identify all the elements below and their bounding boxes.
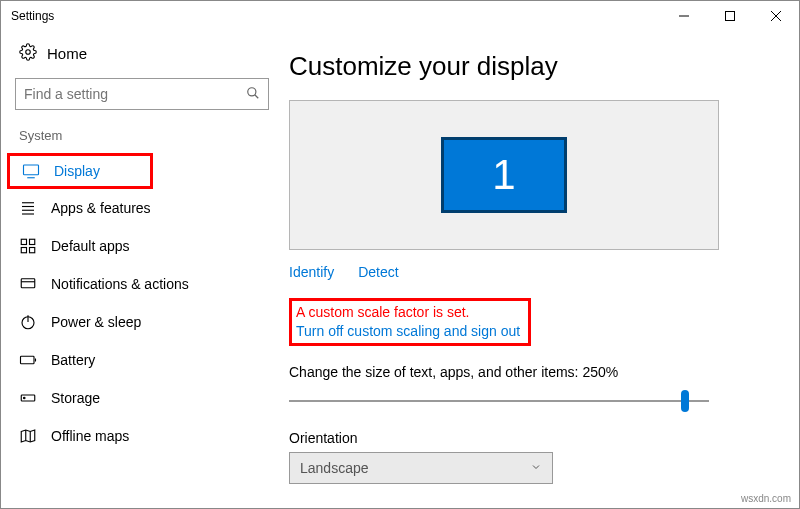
monitor-preview[interactable]: 1 xyxy=(289,100,719,250)
monitor-number: 1 xyxy=(492,151,515,199)
search-icon xyxy=(246,86,260,103)
turn-off-scaling-link[interactable]: Turn off custom scaling and sign out xyxy=(296,322,520,341)
watermark: wsxdn.com xyxy=(741,493,791,504)
sidebar-item-label: Storage xyxy=(51,390,100,406)
display-icon xyxy=(22,162,40,180)
svg-line-6 xyxy=(255,94,259,98)
slider-track xyxy=(289,400,709,402)
battery-icon xyxy=(19,351,37,369)
detect-link[interactable]: Detect xyxy=(358,264,398,280)
svg-rect-1 xyxy=(726,12,735,21)
scaling-warning-box: A custom scale factor is set. Turn off c… xyxy=(289,298,531,346)
minimize-button[interactable] xyxy=(661,1,707,31)
svg-rect-16 xyxy=(30,248,35,253)
sidebar: Home System Display Apps & features Defa… xyxy=(1,31,283,508)
svg-point-5 xyxy=(248,87,256,95)
close-button[interactable] xyxy=(753,1,799,31)
sidebar-item-default-apps[interactable]: Default apps xyxy=(1,227,283,265)
orientation-select[interactable]: Landscape xyxy=(289,452,553,484)
sidebar-item-label: Display xyxy=(54,163,100,179)
sidebar-item-storage[interactable]: Storage xyxy=(1,379,283,417)
svg-rect-17 xyxy=(21,279,35,288)
sidebar-item-notifications[interactable]: Notifications & actions xyxy=(1,265,283,303)
storage-icon xyxy=(19,389,37,407)
sidebar-item-label: Battery xyxy=(51,352,95,368)
sidebar-item-battery[interactable]: Battery xyxy=(1,341,283,379)
svg-rect-13 xyxy=(21,239,26,244)
page-title: Customize your display xyxy=(289,51,781,82)
gear-icon xyxy=(19,43,37,64)
identify-link[interactable]: Identify xyxy=(289,264,334,280)
orientation-label: Orientation xyxy=(289,430,781,446)
power-icon xyxy=(19,313,37,331)
sidebar-item-offline-maps[interactable]: Offline maps xyxy=(1,417,283,455)
svg-rect-21 xyxy=(21,356,35,364)
search-field[interactable] xyxy=(24,86,246,102)
scaling-warning-text: A custom scale factor is set. xyxy=(296,303,520,322)
sidebar-item-label: Apps & features xyxy=(51,200,151,216)
svg-point-24 xyxy=(24,397,26,399)
sidebar-item-label: Power & sleep xyxy=(51,314,141,330)
window-title: Settings xyxy=(11,9,54,23)
search-input[interactable] xyxy=(15,78,269,110)
svg-point-4 xyxy=(26,50,31,55)
sidebar-item-label: Offline maps xyxy=(51,428,129,444)
svg-rect-15 xyxy=(21,248,26,253)
svg-rect-7 xyxy=(24,165,39,175)
chevron-down-icon xyxy=(530,460,542,476)
sidebar-item-apps-features[interactable]: Apps & features xyxy=(1,189,283,227)
slider-thumb[interactable] xyxy=(681,390,689,412)
maximize-button[interactable] xyxy=(707,1,753,31)
orientation-value: Landscape xyxy=(300,460,369,476)
sidebar-item-display[interactable]: Display xyxy=(7,153,153,189)
section-label: System xyxy=(1,128,283,153)
scale-slider[interactable] xyxy=(289,388,709,414)
apps-icon xyxy=(19,199,37,217)
svg-rect-14 xyxy=(30,239,35,244)
scale-label: Change the size of text, apps, and other… xyxy=(289,364,781,380)
monitor-1[interactable]: 1 xyxy=(441,137,567,213)
main-panel: Customize your display 1 Identify Detect… xyxy=(283,31,799,508)
sidebar-item-label: Default apps xyxy=(51,238,130,254)
home-nav[interactable]: Home xyxy=(1,39,283,78)
sidebar-item-power-sleep[interactable]: Power & sleep xyxy=(1,303,283,341)
home-label: Home xyxy=(47,45,87,62)
maps-icon xyxy=(19,427,37,445)
notifications-icon xyxy=(19,275,37,293)
sidebar-item-label: Notifications & actions xyxy=(51,276,189,292)
default-apps-icon xyxy=(19,237,37,255)
